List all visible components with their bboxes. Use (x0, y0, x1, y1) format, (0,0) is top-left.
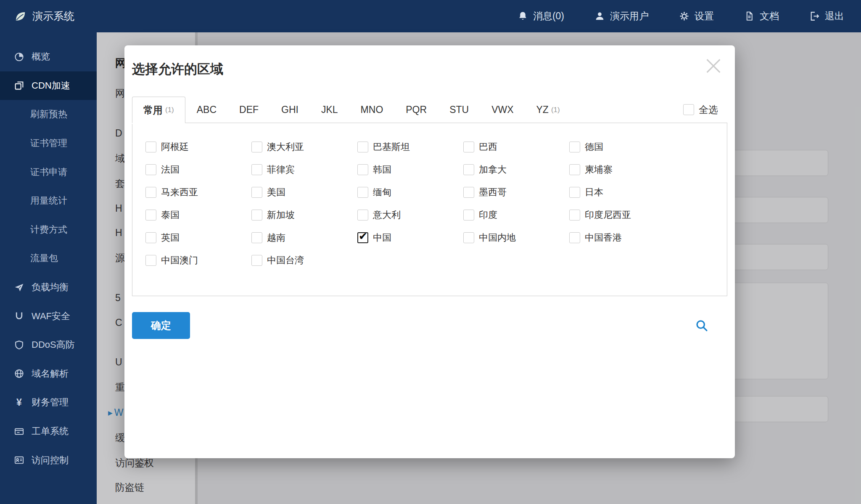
tabs-row: 常用(1)ABCDEFGHIJKLMNOPQRSTUVWXYZ(1) 全选 (132, 97, 727, 123)
tab-count: (1) (551, 106, 560, 114)
region-option[interactable]: 加拿大 (463, 163, 569, 176)
tab-YZ[interactable]: YZ(1) (525, 97, 571, 123)
topnav-item-user[interactable]: 演示用户 (594, 10, 649, 23)
sidebar-item-label: 证书管理 (30, 137, 67, 150)
region-option[interactable]: 中国香港 (569, 231, 675, 244)
region-label: 泰国 (161, 209, 180, 221)
sidebar-item[interactable]: 域名解析 (0, 360, 97, 388)
checkbox (463, 187, 474, 198)
region-option[interactable]: 法国 (145, 163, 251, 176)
region-option[interactable]: 澳大利亚 (251, 141, 357, 153)
tab-label: 常用 (143, 104, 163, 117)
region-label: 缅甸 (373, 186, 391, 199)
region-option[interactable]: 德国 (569, 141, 675, 153)
tab-PQR[interactable]: PQR (394, 97, 438, 123)
close-icon[interactable] (704, 56, 723, 76)
sidebar-item[interactable]: ¥财务管理 (0, 388, 97, 417)
sidebar-item[interactable]: 工单系统 (0, 417, 97, 446)
sidebar-item[interactable]: 证书申请 (0, 158, 97, 186)
topnav-item-logout[interactable]: 退出 (809, 10, 844, 23)
sidebar-item[interactable]: 计费方式 (0, 215, 97, 244)
checkbox (145, 164, 156, 175)
region-option[interactable]: 中国内地 (463, 231, 569, 244)
region-label: 韩国 (373, 163, 391, 176)
tab-STU[interactable]: STU (438, 97, 480, 123)
region-option[interactable]: 新加坡 (251, 209, 357, 221)
sidebar-item-label: 刷新预热 (30, 108, 67, 121)
region-option[interactable]: 泰国 (145, 209, 251, 221)
sidebar-item[interactable]: 证书管理 (0, 129, 97, 158)
sidebar-item[interactable]: WAF安全 (0, 302, 97, 331)
tab-GHI[interactable]: GHI (270, 97, 310, 123)
dialog-title: 选择允许的区域 (132, 45, 727, 78)
tab-label: VWX (491, 104, 513, 116)
region-option[interactable]: 巴西 (463, 141, 569, 153)
region-label: 中国澳门 (161, 254, 198, 267)
tab-VWX[interactable]: VWX (480, 97, 525, 123)
region-label: 英国 (161, 231, 180, 244)
sidebar-item[interactable]: 流量包 (0, 244, 97, 273)
region-option[interactable]: 意大利 (357, 209, 463, 221)
tab-JKL[interactable]: JKL (310, 97, 349, 123)
sidebar-item[interactable]: 概览 (0, 42, 97, 71)
search-icon[interactable] (695, 319, 709, 333)
tab-count: (1) (165, 106, 174, 114)
topnav-label: 演示用户 (610, 10, 649, 23)
region-label: 中国香港 (585, 231, 622, 244)
yen-icon: ¥ (14, 397, 24, 408)
tab-label: YZ (536, 104, 549, 116)
region-label: 法国 (161, 163, 180, 176)
region-option[interactable]: 中国澳门 (145, 254, 251, 267)
region-option[interactable]: 墨西哥 (463, 186, 569, 199)
region-option[interactable]: 印度 (463, 209, 569, 221)
region-label: 巴西 (479, 141, 497, 153)
topbar: 演示系统 消息(0)演示用户设置文档退出 (0, 0, 861, 32)
region-option[interactable]: 柬埔寨 (569, 163, 675, 176)
sidebar-item[interactable]: CDN加速 (0, 71, 97, 100)
region-option[interactable]: 缅甸 (357, 186, 463, 199)
topnav-item-doc[interactable]: 文档 (744, 10, 779, 23)
sidebar-item[interactable]: 负载均衡 (0, 273, 97, 302)
checkbox (463, 164, 474, 175)
tab-MNO[interactable]: MNO (349, 97, 395, 123)
region-option[interactable]: 越南 (251, 231, 357, 244)
region-option[interactable]: 美国 (251, 186, 357, 199)
send-icon (14, 282, 24, 293)
region-option[interactable]: 阿根廷 (145, 141, 251, 153)
brand[interactable]: 演示系统 (14, 9, 74, 23)
sidebar-item-label: 工单系统 (32, 425, 69, 438)
tab-DEF[interactable]: DEF (228, 97, 270, 123)
region-label: 阿根廷 (161, 141, 189, 153)
region-option[interactable]: 印度尼西亚 (569, 209, 675, 221)
tab-常用[interactable]: 常用(1) (132, 97, 185, 123)
region-label: 柬埔寨 (585, 163, 613, 176)
topnav-item-bell[interactable]: 消息(0) (518, 10, 564, 23)
confirm-button[interactable]: 确定 (132, 312, 190, 339)
checkbox (251, 232, 262, 243)
brand-label: 演示系统 (32, 9, 74, 23)
sidebar-item[interactable]: DDoS高防 (0, 331, 97, 360)
checkbox (251, 210, 262, 220)
checkbox (569, 210, 580, 220)
checkbox (463, 232, 474, 243)
region-option[interactable]: 中国台湾 (251, 254, 357, 267)
region-option[interactable]: 英国 (145, 231, 251, 244)
region-label: 德国 (585, 141, 603, 153)
tab-label: GHI (281, 104, 298, 116)
region-option[interactable]: 菲律宾 (251, 163, 357, 176)
sidebar: 概览CDN加速刷新预热证书管理证书申请用量统计计费方式流量包负载均衡WAF安全D… (0, 32, 97, 504)
select-all-checkbox[interactable]: 全选 (683, 103, 718, 116)
topnav-item-gear[interactable]: 设置 (679, 10, 714, 23)
region-option[interactable]: 马来西亚 (145, 186, 251, 199)
sidebar-item[interactable]: 刷新预热 (0, 100, 97, 129)
sidebar-item-label: 流量包 (30, 252, 58, 265)
sidebar-item[interactable]: 访问控制 (0, 446, 97, 475)
region-label: 印度尼西亚 (585, 209, 631, 221)
region-option[interactable]: ✔中国 (357, 231, 463, 244)
region-option[interactable]: 韩国 (357, 163, 463, 176)
sidebar-item[interactable]: 用量统计 (0, 186, 97, 215)
topnav-label: 设置 (695, 10, 714, 23)
tab-ABC[interactable]: ABC (185, 97, 228, 123)
region-option[interactable]: 巴基斯坦 (357, 141, 463, 153)
region-option[interactable]: 日本 (569, 186, 675, 199)
